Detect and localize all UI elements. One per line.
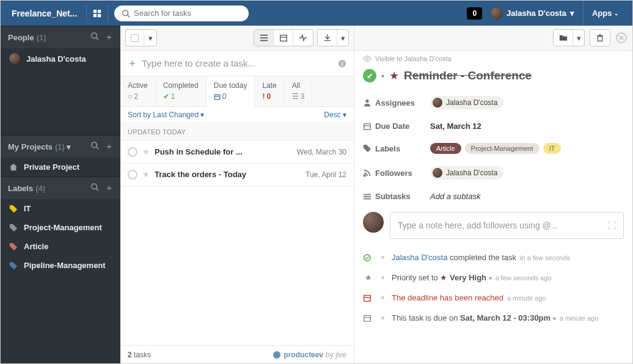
trash-icon	[590, 30, 610, 46]
caret-down-icon: ▾	[570, 9, 574, 18]
calendar-icon	[363, 122, 371, 131]
select-all-control[interactable]: ▾	[125, 29, 157, 46]
workspace-name[interactable]: Freelance_Net...	[5, 9, 86, 18]
svg-line-7	[97, 38, 99, 40]
search-icon[interactable]	[90, 183, 99, 194]
sort-direction-control[interactable]: Desc ▾	[324, 111, 346, 119]
activity-user-link[interactable]: Jalasha D'costa	[392, 253, 447, 262]
task-title: Push in Schedule for ...	[155, 147, 292, 156]
task-title: Track the orders - Today	[155, 170, 301, 179]
caret-down-icon[interactable]: ▾	[67, 142, 71, 151]
sidebar-projects-header[interactable]: My Projects(1) ▾ ＋	[1, 136, 120, 158]
notifications-badge[interactable]: 0	[467, 7, 482, 20]
producteev-brand: producteev by jive	[273, 351, 346, 359]
due-date-value[interactable]: Sat, March 12	[430, 122, 481, 131]
move-task-button[interactable]: ▾	[553, 29, 585, 46]
plus-icon[interactable]: ＋	[105, 183, 113, 194]
search-input[interactable]	[134, 9, 241, 18]
calendar-view-icon[interactable]	[274, 30, 293, 46]
calendar-icon	[363, 294, 374, 302]
workspace-switcher-button[interactable]	[86, 5, 108, 22]
search-icon[interactable]	[90, 32, 99, 43]
view-toggle[interactable]	[254, 29, 313, 46]
apps-menu[interactable]: Apps ⌄	[583, 1, 628, 26]
svg-rect-1	[98, 9, 101, 12]
note-placeholder: Type a note here, add followers using @.…	[398, 220, 558, 230]
sidebar-project-item[interactable]: Private Project	[1, 158, 120, 177]
chevron-down-icon: ⌄	[614, 10, 619, 16]
expand-icon[interactable]: ⛶	[607, 220, 616, 230]
task-date: Wed, March 30	[297, 148, 346, 156]
close-details-button[interactable]	[615, 32, 628, 44]
caret-down-icon[interactable]: ▾	[553, 315, 556, 322]
complete-toggle[interactable]	[128, 147, 137, 157]
complete-toggle[interactable]	[128, 170, 137, 180]
svg-rect-30	[364, 123, 371, 129]
export-button[interactable]: ▾	[317, 29, 349, 46]
assignee-chip[interactable]: Jalasha D'costa	[430, 96, 503, 109]
svg-rect-14	[260, 40, 267, 42]
task-detail-panel: ▾ Visible to Jalasha D'costa ✔ ▾	[354, 26, 632, 363]
list-view-icon[interactable]	[254, 30, 274, 46]
label-chip-article[interactable]: Article	[430, 143, 461, 154]
svg-point-6	[92, 33, 97, 38]
delete-task-button[interactable]	[590, 29, 610, 46]
caret-down-icon[interactable]: ▾	[144, 30, 156, 46]
avatar	[491, 7, 503, 20]
task-row[interactable]: ★ Track the orders - Today Tue, April 12	[120, 164, 354, 186]
svg-rect-22	[598, 36, 602, 41]
svg-text:i: i	[342, 60, 343, 67]
star-icon[interactable]: ★	[142, 170, 150, 179]
add-subtask-button[interactable]: Add a subtask	[430, 192, 480, 201]
user-menu[interactable]: Jalasha D'costa ▾	[485, 7, 580, 20]
svg-rect-37	[364, 295, 371, 301]
caret-down-icon: ▾	[573, 30, 584, 46]
activity-row: ★ Priority set to ★ Very High ▾a few sec…	[354, 268, 632, 288]
sidebar-label-pipeline[interactable]: Pipeline-Management	[1, 256, 120, 275]
sort-by-control[interactable]: Sort by Last Changed ▾	[128, 111, 204, 119]
priority-star-icon[interactable]: ★	[389, 69, 399, 82]
note-input[interactable]: Type a note here, add followers using @.…	[390, 212, 624, 239]
task-row[interactable]: ★ Push in Schedule for ... Wed, March 30	[120, 141, 354, 164]
eye-icon	[363, 54, 371, 63]
filter-late[interactable]: Late! 0	[255, 76, 284, 106]
svg-point-28	[366, 57, 368, 60]
search-icon	[122, 9, 130, 18]
follower-chip[interactable]: Jalasha D'costa	[430, 166, 503, 180]
sidebar-label-article[interactable]: Article	[1, 237, 120, 256]
sidebar-people-header[interactable]: People(1) ＋	[1, 26, 120, 48]
filter-due-today[interactable]: Due today 0	[207, 76, 255, 107]
caret-down-icon[interactable]: ▾	[381, 73, 384, 79]
info-icon[interactable]: i	[338, 59, 346, 68]
task-group-header: UPDATED TODAY	[120, 123, 354, 141]
filter-active[interactable]: Active○ 2	[120, 76, 156, 106]
tag-icon	[363, 144, 371, 153]
sidebar-labels-header[interactable]: Labels(4) ＋	[1, 177, 120, 199]
sidebar-label-it[interactable]: IT	[1, 199, 120, 218]
plus-icon: ＋	[128, 57, 137, 69]
user-name: Jalasha D'costa	[507, 9, 566, 18]
svg-rect-15	[280, 35, 287, 42]
filter-completed[interactable]: Completed✔ 1	[156, 76, 207, 106]
plus-icon[interactable]: ＋	[105, 141, 113, 152]
avatar	[433, 168, 442, 178]
sidebar-people-item[interactable]: Jalasha D'costa	[1, 48, 120, 69]
caret-down-icon[interactable]: ▾	[489, 275, 492, 282]
task-title[interactable]: Reminder - Conference	[404, 69, 532, 82]
svg-rect-35	[364, 198, 371, 199]
filter-tabs: Active○ 2 Completed✔ 1 Due today 0 Late!…	[120, 76, 354, 107]
filter-all[interactable]: All☰ 3	[285, 76, 313, 106]
search-icon[interactable]	[90, 141, 99, 152]
new-task-input[interactable]: ＋ Type here to create a task... i	[120, 51, 354, 76]
search-input-wrapper[interactable]	[114, 5, 249, 21]
topbar: Freelance_Net... 0 Jalasha D'costa ▾ App…	[1, 1, 632, 26]
task-complete-badge[interactable]: ✔	[363, 69, 376, 82]
list-icon	[363, 192, 371, 201]
star-icon[interactable]: ★	[142, 147, 150, 156]
plus-icon[interactable]: ＋	[105, 32, 113, 43]
activity-row: This task is due on Sat, March 12 - 03:3…	[354, 308, 632, 328]
label-chip-it[interactable]: IT	[543, 143, 562, 154]
activity-view-icon[interactable]	[293, 30, 313, 46]
sidebar-label-pm[interactable]: Project-Management	[1, 218, 120, 237]
label-chip-pm[interactable]: Project-Management	[465, 143, 540, 154]
